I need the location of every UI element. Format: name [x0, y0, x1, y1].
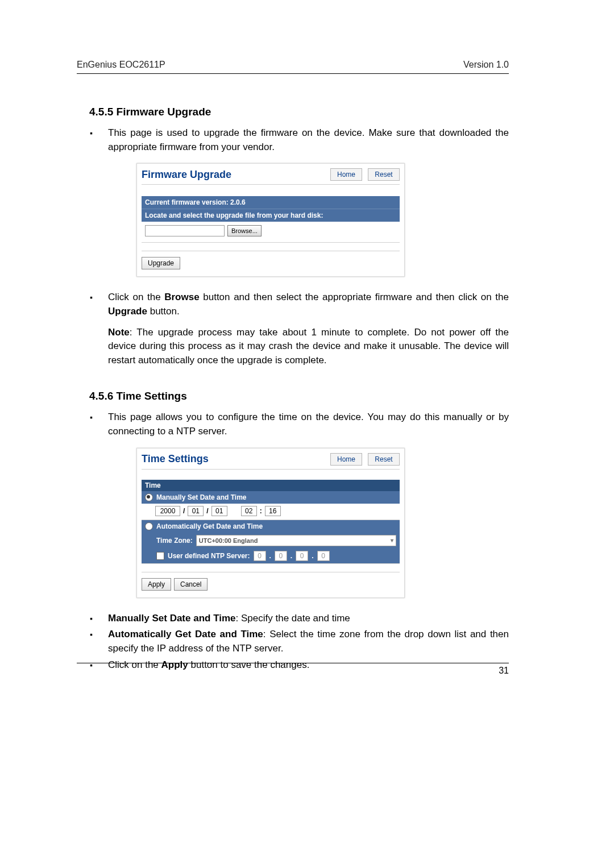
fw-upgrade-button[interactable]: Upgrade	[142, 257, 180, 269]
ts-ntp-label: User defined NTP Server:	[168, 552, 250, 560]
fw-title: Firmware Upgrade	[142, 169, 231, 181]
fw-current-version: Current firmware version: 2.0.6	[142, 196, 400, 209]
ts-tz-select[interactable]: UTC+00:00 England ▾	[196, 535, 396, 546]
divider	[142, 469, 400, 470]
ts-auto-radio[interactable]	[145, 522, 153, 530]
firmware-upgrade-screenshot: Firmware Upgrade Home Reset Current firm…	[136, 163, 405, 277]
ts-apply-button[interactable]: Apply	[142, 578, 171, 591]
ts-cancel-button[interactable]: Cancel	[174, 578, 208, 591]
ts-ntp-ip-c[interactable]	[296, 551, 308, 561]
section-455-intro: This page is used to upgrade the firmwar…	[108, 126, 509, 154]
ts-month-input[interactable]	[188, 506, 204, 516]
divider	[142, 184, 400, 185]
page-header: EnGenius EOC2611P Version 1.0	[77, 60, 509, 70]
ts-home-button[interactable]: Home	[330, 453, 362, 466]
ts-min-input[interactable]	[265, 506, 281, 516]
time-settings-screenshot: Time Settings Home Reset Time Manually S…	[136, 448, 405, 598]
ts-reset-button[interactable]: Reset	[368, 453, 400, 466]
ts-ntp-ip-a[interactable]	[254, 551, 266, 561]
ts-day-input[interactable]	[211, 506, 227, 516]
fw-browse-button[interactable]: Browse...	[227, 225, 262, 236]
header-right: Version 1.0	[463, 60, 509, 70]
ts-manual-radio[interactable]	[145, 493, 153, 501]
fw-reset-button[interactable]: Reset	[368, 168, 400, 181]
ts-ntp-ip-d[interactable]	[317, 551, 330, 561]
ts-auto-label: Automatically Get Date and Time	[156, 522, 263, 530]
header-rule	[77, 73, 509, 74]
footer-rule	[77, 663, 509, 663]
fw-file-input[interactable]	[145, 225, 225, 236]
ts-bullet-auto: Automatically Get Date and Time: Select …	[108, 628, 509, 655]
section-456-heading: 4.5.6 Time Settings	[89, 390, 509, 402]
fw-step-browse: Click on the Browse button and then sele…	[108, 290, 509, 318]
divider	[142, 572, 400, 572]
ts-ntp-checkbox[interactable]	[156, 552, 164, 560]
ts-manual-label: Manually Set Date and Time	[156, 493, 247, 501]
ts-year-input[interactable]	[155, 506, 180, 516]
chevron-down-icon: ▾	[391, 537, 393, 543]
ts-title: Time Settings	[142, 453, 209, 465]
section-455-heading: 4.5.5 Firmware Upgrade	[89, 106, 509, 118]
ts-hour-input[interactable]	[241, 506, 257, 516]
ts-time-bar: Time	[142, 480, 400, 491]
ts-ntp-ip-b[interactable]	[275, 551, 287, 561]
fw-home-button[interactable]: Home	[330, 168, 362, 181]
ts-bullet-manual: Manually Set Date and Time: Specify the …	[108, 612, 509, 626]
ts-tz-label: Time Zone:	[156, 537, 193, 545]
fw-note: Note: The upgrade process may take about…	[108, 326, 509, 368]
page-number: 31	[77, 666, 509, 676]
fw-locate-label: Locate and select the upgrade file from …	[142, 209, 400, 222]
section-456-intro: This page allows you to configure the ti…	[108, 410, 509, 438]
divider	[142, 251, 400, 251]
header-left: EnGenius EOC2611P	[77, 60, 165, 70]
